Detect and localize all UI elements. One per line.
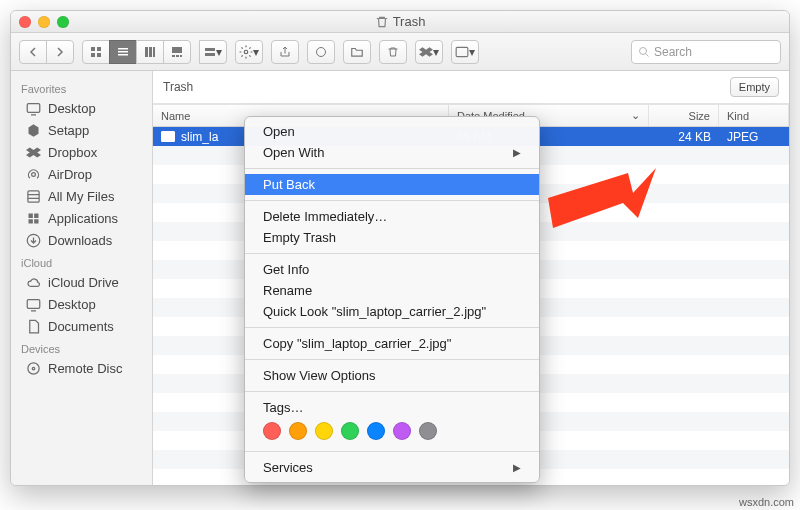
- column-view-button[interactable]: [136, 40, 164, 64]
- delete-button[interactable]: [379, 40, 407, 64]
- menu-quick-look[interactable]: Quick Look "slim_laptop_carrier_2.jpg": [245, 301, 539, 322]
- tag-color-dot[interactable]: [419, 422, 437, 440]
- cell-kind: JPEG: [719, 130, 789, 144]
- forward-button[interactable]: [46, 40, 74, 64]
- col-size[interactable]: Size: [649, 105, 719, 126]
- sidebar-item-desktop[interactable]: Desktop: [11, 97, 152, 119]
- window-title: Trash: [11, 14, 789, 29]
- sidebar-item-icloud-drive[interactable]: iCloud Drive: [11, 271, 152, 293]
- svg-rect-18: [456, 47, 468, 56]
- menu-empty-trash[interactable]: Empty Trash: [245, 227, 539, 248]
- titlebar: Trash: [11, 11, 789, 33]
- svg-point-26: [32, 367, 35, 370]
- menu-tags[interactable]: Tags…: [245, 397, 539, 418]
- svg-point-16: [244, 50, 248, 54]
- setapp-icon: [25, 122, 41, 138]
- menu-separator: [245, 451, 539, 452]
- chevron-down-icon: ⌄: [631, 109, 640, 122]
- svg-rect-11: [172, 55, 175, 57]
- sidebar-header-icloud: iCloud: [11, 251, 152, 271]
- search-placeholder: Search: [654, 45, 692, 59]
- col-kind[interactable]: Kind: [719, 105, 789, 126]
- sidebar-item-documents[interactable]: Documents: [11, 315, 152, 337]
- svg-point-25: [27, 362, 38, 373]
- menu-put-back[interactable]: Put Back: [245, 174, 539, 195]
- sidebar-item-remote-disc[interactable]: Remote Disc: [11, 357, 152, 379]
- tag-color-dot[interactable]: [393, 422, 411, 440]
- menu-separator: [245, 253, 539, 254]
- view-switcher: [82, 40, 191, 64]
- menu-separator: [245, 391, 539, 392]
- empty-trash-button[interactable]: Empty: [730, 77, 779, 97]
- menu-services[interactable]: Services▶: [245, 457, 539, 478]
- dropbox-icon: [25, 144, 41, 160]
- sidebar-item-downloads[interactable]: Downloads: [11, 229, 152, 251]
- documents-icon: [25, 318, 41, 334]
- dropbox-button[interactable]: ▾: [415, 40, 443, 64]
- menu-rename[interactable]: Rename: [245, 280, 539, 301]
- list-view-button[interactable]: [109, 40, 137, 64]
- annotation-arrow-icon: [538, 168, 658, 258]
- title-text: Trash: [393, 14, 426, 29]
- group-button[interactable]: ▾: [199, 40, 227, 64]
- menu-get-info[interactable]: Get Info: [245, 259, 539, 280]
- sidebar-item-icloud-desktop[interactable]: Desktop: [11, 293, 152, 315]
- search-icon: [638, 46, 650, 58]
- svg-point-17: [317, 47, 326, 56]
- all-files-icon: [25, 188, 41, 204]
- svg-rect-20: [27, 103, 40, 112]
- tag-color-row: [245, 418, 539, 446]
- applications-icon: [25, 210, 41, 226]
- svg-rect-9: [153, 47, 155, 57]
- menu-open[interactable]: Open: [245, 121, 539, 142]
- airdrop-icon: [25, 166, 41, 182]
- desktop-icon: [25, 296, 41, 312]
- search-input[interactable]: Search: [631, 40, 781, 64]
- tag-color-dot[interactable]: [263, 422, 281, 440]
- gallery-view-button[interactable]: [163, 40, 191, 64]
- tag-color-dot[interactable]: [289, 422, 307, 440]
- menu-delete-immediately[interactable]: Delete Immediately…: [245, 206, 539, 227]
- svg-rect-8: [149, 47, 152, 57]
- sidebar-item-setapp[interactable]: Setapp: [11, 119, 152, 141]
- sidebar-header-devices: Devices: [11, 337, 152, 357]
- desktop-icon: [25, 100, 41, 116]
- context-menu: Open Open With▶ Put Back Delete Immediat…: [244, 116, 540, 483]
- svg-point-21: [31, 172, 35, 176]
- tag-color-dot[interactable]: [341, 422, 359, 440]
- submenu-arrow-icon: ▶: [513, 147, 521, 158]
- svg-rect-15: [205, 53, 215, 56]
- svg-rect-12: [176, 55, 179, 57]
- sidebar-header-favorites: Favorites: [11, 77, 152, 97]
- menu-copy[interactable]: Copy "slim_laptop_carrier_2.jpg": [245, 333, 539, 354]
- new-folder-button[interactable]: [343, 40, 371, 64]
- svg-rect-13: [180, 55, 182, 57]
- tag-color-dot[interactable]: [315, 422, 333, 440]
- menu-show-view-options[interactable]: Show View Options: [245, 365, 539, 386]
- icon-view-button[interactable]: [82, 40, 110, 64]
- toolbar: ▾ ▾ ▾ ▾ Search: [11, 33, 789, 71]
- sidebar-item-dropbox[interactable]: Dropbox: [11, 141, 152, 163]
- arrange-group: ▾: [199, 40, 227, 64]
- svg-rect-0: [91, 47, 95, 51]
- tags-button[interactable]: [307, 40, 335, 64]
- disc-icon: [25, 360, 41, 376]
- sidebar: Favorites Desktop Setapp Dropbox AirDrop…: [11, 71, 153, 485]
- trash-icon: [375, 15, 389, 29]
- quicklook-button[interactable]: ▾: [451, 40, 479, 64]
- svg-rect-22: [27, 190, 38, 201]
- nav-back-forward: [19, 40, 74, 64]
- image-file-icon: [161, 131, 175, 142]
- action-button[interactable]: ▾: [235, 40, 263, 64]
- sidebar-item-airdrop[interactable]: AirDrop: [11, 163, 152, 185]
- menu-separator: [245, 200, 539, 201]
- path-label: Trash: [163, 80, 193, 94]
- back-button[interactable]: [19, 40, 47, 64]
- menu-open-with[interactable]: Open With▶: [245, 142, 539, 163]
- cell-size: 24 KB: [649, 130, 719, 144]
- sidebar-item-all-files[interactable]: All My Files: [11, 185, 152, 207]
- sidebar-item-applications[interactable]: Applications: [11, 207, 152, 229]
- tag-color-dot[interactable]: [367, 422, 385, 440]
- svg-rect-24: [27, 299, 40, 308]
- share-button[interactable]: [271, 40, 299, 64]
